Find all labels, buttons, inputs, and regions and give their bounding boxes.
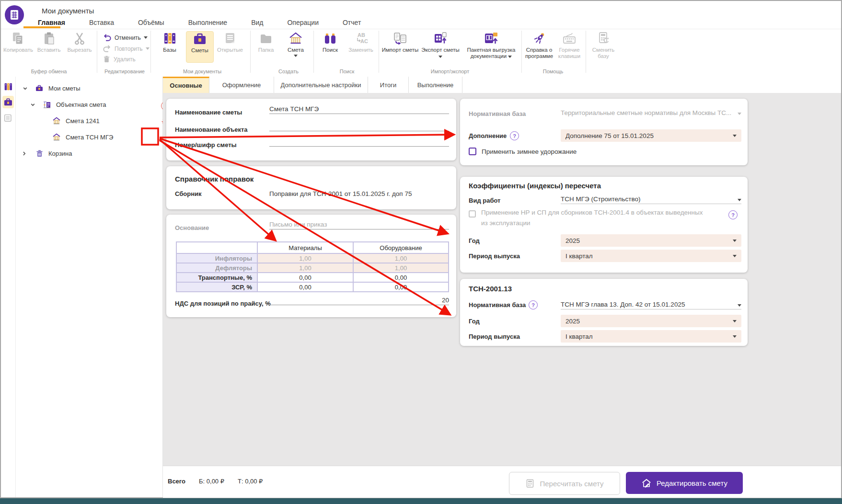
- tree-item-object-estimate[interactable]: Объектная смета: [30, 97, 106, 112]
- estimate-number-input[interactable]: [269, 137, 449, 147]
- tab-osnovnye[interactable]: Основные: [163, 77, 209, 93]
- chevron-down-icon[interactable]: [23, 86, 28, 91]
- edit-estimate-button[interactable]: Редактировать смету: [626, 472, 743, 494]
- paste-icon: [42, 31, 56, 46]
- menu-tab-operacii[interactable]: Операции: [286, 17, 320, 28]
- import-icon: [393, 31, 407, 46]
- coeff-year-dropdown[interactable]: 2025: [561, 234, 741, 247]
- estimates-briefcase-icon: [193, 32, 207, 46]
- search-button[interactable]: Поиск: [316, 31, 344, 53]
- menu-tab-otchet[interactable]: Отчет: [342, 17, 362, 28]
- redo-icon: [103, 44, 112, 53]
- winter-checkbox[interactable]: [469, 148, 476, 155]
- coeff-period-caret: [733, 255, 737, 257]
- replace-button[interactable]: AB AC Заменить: [345, 31, 377, 53]
- new-folder-button[interactable]: Папка: [252, 31, 280, 53]
- transport-equipment-cell[interactable]: 0,00: [353, 273, 449, 282]
- estimates-button[interactable]: Сметы: [186, 31, 214, 63]
- opened-button[interactable]: Открытые: [215, 31, 245, 53]
- tab-itogi[interactable]: Итоги: [368, 77, 409, 93]
- strip-opened-icon[interactable]: [2, 112, 14, 125]
- tsn13-base-help-icon[interactable]: ?: [529, 300, 538, 309]
- tab-oformlenie[interactable]: Оформление: [209, 77, 274, 93]
- addition-dropdown[interactable]: Дополнение 75 от 15.01.2025: [561, 129, 741, 142]
- inflators-equipment-cell[interactable]: 1,00: [353, 253, 449, 263]
- bases-button[interactable]: Базы: [155, 31, 184, 53]
- export-caret[interactable]: [438, 56, 442, 58]
- document-tabs: Основные Оформление Дополнительные настр…: [163, 77, 841, 93]
- zsr-equipment-cell[interactable]: 0,00: [353, 282, 449, 292]
- menu-tab-vid[interactable]: Вид: [250, 17, 264, 28]
- calculator-switch-icon: [596, 31, 611, 46]
- strip-bases-icon[interactable]: [2, 80, 14, 93]
- about-button[interactable]: Справка о программе: [524, 31, 554, 59]
- object-name-input[interactable]: [269, 122, 449, 131]
- new-estimate-button[interactable]: Смета: [282, 31, 310, 57]
- coeff-period-dropdown[interactable]: I квартал: [561, 250, 741, 262]
- undo-dropdown-caret[interactable]: [144, 36, 148, 39]
- tree-item-estimate-1241[interactable]: Смета 1241: [52, 114, 100, 128]
- coeff-period-label: Период выпуска: [469, 252, 520, 260]
- tree-item-trash[interactable]: Корзина: [22, 146, 72, 160]
- tree-item-estimate-tsn-mge[interactable]: Смета ТСН МГЭ: [52, 130, 113, 144]
- menu-tab-vypolnenie[interactable]: Выполнение: [187, 17, 228, 28]
- basis-input[interactable]: Письмо или приказ: [269, 220, 449, 229]
- group-label-docs: Мои документы: [167, 69, 238, 74]
- batch-export-caret[interactable]: [508, 56, 512, 58]
- paste-button[interactable]: Вставить: [34, 31, 64, 53]
- edit-estimate-icon: [641, 478, 652, 488]
- tsn13-year-label: Год: [469, 318, 480, 325]
- folder-icon: [259, 31, 273, 46]
- batch-export-button[interactable]: Пакетная выгрузка документации: [463, 31, 519, 59]
- normbase-dropdown[interactable]: Территориальные сметные нормативы для Мо…: [561, 106, 741, 117]
- chevron-right-icon[interactable]: [22, 151, 27, 156]
- nr-sp-checkbox[interactable]: [469, 210, 476, 218]
- svg-text:AC: AC: [360, 38, 368, 44]
- deflators-materials-cell[interactable]: 1,00: [257, 263, 353, 273]
- tab-dop-nastroyki[interactable]: Дополнительные настройки: [274, 77, 368, 93]
- col-materials: Материалы: [257, 242, 353, 253]
- tsn13-base-dropdown[interactable]: ТСН МГЭ глава 13. Доп. 42 от 15.01.2025: [561, 298, 741, 309]
- redo-button[interactable]: Повторить: [103, 44, 150, 53]
- switch-base-button[interactable]: Сменить базу: [588, 31, 618, 59]
- tsn13-base-caret: [738, 304, 741, 307]
- delete-button[interactable]: Удалить: [103, 55, 136, 63]
- new-estimate-caret[interactable]: [294, 55, 298, 57]
- chevron-down-icon[interactable]: [30, 102, 35, 107]
- export-estimate-button[interactable]: Экспорт сметы: [420, 31, 461, 59]
- estimate-name-input[interactable]: Смета ТСН МГЭ: [269, 104, 449, 114]
- tree-item-my-estimates[interactable]: Мои сметы: [23, 81, 81, 95]
- work-type-dropdown[interactable]: ТСН МГЭ (Строительство): [561, 193, 741, 204]
- strip-estimates-icon[interactable]: [2, 96, 14, 108]
- hotkeys-button[interactable]: Горячие клавиши: [555, 31, 584, 59]
- coefficients-card: Коэффициенты (индексы) пересчета Вид раб…: [460, 177, 748, 273]
- transport-materials-cell[interactable]: 0,00: [257, 273, 353, 282]
- coefficients-title: Коэффициенты (индексы) пересчета: [469, 182, 601, 190]
- inflators-table: Материалы Оборудование Инфляторы 1,00 1,…: [176, 241, 449, 292]
- tsn13-year-dropdown[interactable]: 2025: [561, 315, 741, 327]
- nr-sp-help-icon[interactable]: ?: [728, 210, 738, 219]
- collection-value[interactable]: Поправки для ТСН-2001 от 15.01.2025 г. д…: [269, 190, 412, 197]
- import-estimate-button[interactable]: Импорт сметы: [381, 31, 419, 53]
- zsr-materials-cell[interactable]: 0,00: [257, 282, 353, 292]
- vat-input[interactable]: 20: [269, 296, 449, 305]
- application-window: Мои документы Главная Вставка Объёмы Вып…: [0, 0, 842, 504]
- estimate-house-icon: [52, 133, 61, 141]
- redo-dropdown-caret[interactable]: [146, 47, 150, 50]
- tsn13-base-label: Нормативная база: [469, 301, 526, 309]
- deflators-equipment-cell[interactable]: 1,00: [353, 263, 449, 273]
- undo-button[interactable]: Отменить: [103, 33, 148, 42]
- ribbon-toolbar: Копировать Вставить Вырезать: [1, 29, 841, 77]
- copy-button[interactable]: Копировать: [3, 31, 33, 53]
- inflators-materials-cell[interactable]: 1,00: [257, 253, 353, 263]
- menu-tab-obyomy[interactable]: Объёмы: [137, 17, 165, 28]
- tsn13-period-dropdown[interactable]: I квартал: [561, 330, 741, 343]
- recalculate-button[interactable]: Пересчитать смету: [509, 472, 620, 495]
- estimate-house-icon: [52, 116, 61, 125]
- tab-vypolnenie[interactable]: Выполнение: [409, 77, 462, 93]
- menu-tab-vstavka[interactable]: Вставка: [88, 17, 115, 28]
- addition-help-icon[interactable]: ?: [510, 131, 519, 140]
- addition-label: Дополнение: [469, 132, 507, 139]
- cut-button[interactable]: Вырезать: [65, 31, 94, 53]
- active-menu-indicator: [23, 26, 60, 28]
